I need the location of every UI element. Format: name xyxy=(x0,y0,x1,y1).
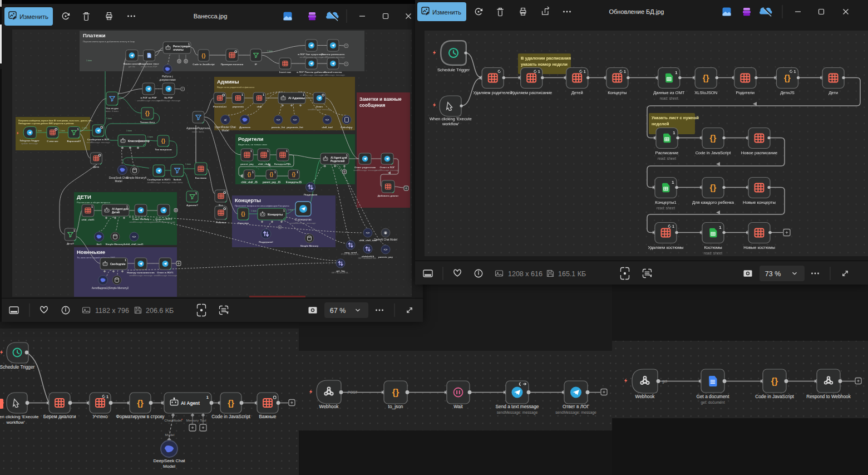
svg-text:1: 1 xyxy=(283,209,285,212)
svg-text:1: 1 xyxy=(672,224,674,228)
svg-text:1: 1 xyxy=(195,192,197,195)
svg-text:ДетиJS: ДетиJS xyxy=(780,90,795,95)
svg-text:1: 1 xyxy=(286,149,288,153)
svg-text:Душнила: Душнила xyxy=(239,126,250,129)
svg-text:✓: ✓ xyxy=(167,214,170,217)
svg-text:Изменить: Изменить xyxy=(19,13,48,20)
svg-text:<>: <> xyxy=(325,118,329,121)
svg-text:POST: localhost:3...: POST: localhost:3... xyxy=(341,253,359,256)
svg-text:1208 x 616: 1208 x 616 xyxy=(508,270,542,278)
svg-text:Respond to Webhook: Respond to Webhook xyxy=(806,394,851,399)
svg-text:AI Админы: AI Админы xyxy=(288,96,305,100)
svg-text:{}: {} xyxy=(201,52,206,58)
svg-text:✓: ✓ xyxy=(166,144,169,148)
svg-text:1: 1 xyxy=(267,149,269,153)
svg-text:When clicking 'Execute: When clicking 'Execute xyxy=(0,414,39,419)
svg-text:Дети: Дети xyxy=(828,90,838,95)
svg-text:Model: Model xyxy=(115,180,122,183)
svg-text:<>: <> xyxy=(383,248,388,251)
svg-text:Указать лист с нужной: Указать лист с нужной xyxy=(652,115,699,120)
svg-text:{}: {} xyxy=(292,172,296,177)
svg-text:Model: Model xyxy=(221,129,229,132)
svg-text:1: 1 xyxy=(624,70,626,74)
svg-text:Форматируем в строку: Форматируем в строку xyxy=(116,414,165,419)
svg-text:Концерты: Концерты xyxy=(608,90,627,95)
svg-text:Новые концерты: Новые концерты xyxy=(743,200,776,205)
svg-text:1 item: 1 item xyxy=(82,127,87,129)
svg-text:sendMessage: message: sendMessage: message xyxy=(129,274,152,277)
svg-text:ParentsList: ParentsList xyxy=(213,105,226,108)
svg-text:route: items: route: items xyxy=(171,181,183,184)
svg-text:КонцертыJS: КонцертыJS xyxy=(286,181,302,184)
svg-text:POST: POST xyxy=(348,390,357,394)
svg-text:Поддержка!: Поддержка! xyxy=(259,241,273,243)
svg-text:✓: ✓ xyxy=(224,217,227,221)
svg-text:Ребенок: Ребенок xyxy=(216,221,226,224)
svg-text:1: 1 xyxy=(91,205,93,208)
svg-text:✓: ✓ xyxy=(169,267,171,271)
svg-text:sendMessage: message: sendMessage: message xyxy=(321,74,344,76)
svg-text:{}: {} xyxy=(248,172,251,177)
svg-text:Code in JavaScript: Code in JavaScript xyxy=(193,63,215,66)
svg-text:Send a text message: Send a text message xyxy=(496,404,539,409)
svg-text:chld_shdl_JS: chld_shdl_JS xyxy=(241,181,258,184)
svg-text:АдминыРодитель: АдминыРодитель xyxy=(186,126,210,130)
svg-text:✳: ✳ xyxy=(384,231,388,236)
svg-text:Концерты1: Концерты1 xyxy=(655,200,677,205)
svg-text:Проверка наличия: Проверка наличия xyxy=(221,63,244,66)
svg-text:Chat Model: Chat Model xyxy=(164,418,182,422)
svg-text:sendMessage: message: sendMessage: message xyxy=(308,108,331,111)
svg-text:Классификатор: Классификатор xyxy=(128,139,150,143)
svg-text:Удаляем родителей: Удаляем родителей xyxy=(474,90,512,95)
svg-text:payments_list: payments_list xyxy=(287,126,303,129)
svg-text:1 item: 1 item xyxy=(86,60,92,62)
svg-text:Детей: Детей xyxy=(112,210,120,214)
svg-text:OpenAI Chat Model: OpenAI Chat Model xyxy=(374,238,397,241)
svg-text:неделей: неделей xyxy=(652,121,669,126)
svg-text:sendMessage: message: sendMessage: message xyxy=(152,221,175,223)
svg-text:sendMessage: message: sendMessage: message xyxy=(147,181,170,184)
svg-text:Model: Model xyxy=(165,433,175,437)
svg-text:{}: {} xyxy=(392,388,399,397)
svg-text:sendMessage: message: sendMessage: message xyxy=(157,99,180,102)
svg-text:Костюмы: Костюмы xyxy=(195,177,207,179)
svg-text:Тип вопросов: Тип вопросов xyxy=(155,148,171,151)
svg-text:Свободnée: Свободnée xyxy=(110,262,126,266)
svg-text:Удаляем костюмы: Удаляем костюмы xyxy=(648,245,683,250)
svg-text:{}: {} xyxy=(784,73,791,82)
svg-text:sendMessage: message: sendMessage: message xyxy=(129,221,152,223)
svg-text:1: 1 xyxy=(263,93,264,96)
svg-text:1: 1 xyxy=(297,170,298,174)
svg-text:Админы?: Админы? xyxy=(186,204,198,207)
svg-text:1 item: 1 item xyxy=(185,163,191,165)
svg-text:DeepSeek Chat: DeepSeek Chat xyxy=(153,458,185,463)
svg-text:документами: документами xyxy=(159,79,176,81)
svg-text:1: 1 xyxy=(73,229,75,232)
svg-text:✓: ✓ xyxy=(56,136,58,139)
svg-text:Учтено: Учтено xyxy=(92,414,107,419)
svg-text:<>: <> xyxy=(293,118,297,121)
svg-text:1: 1 xyxy=(125,258,126,262)
svg-text:{}: {} xyxy=(145,110,150,116)
svg-text:chld_shdl_tool1: chld_shdl_tool1 xyxy=(125,243,144,246)
svg-text:1: 1 xyxy=(794,70,796,74)
svg-text:to_json: to_json xyxy=(388,404,403,409)
svg-text:shdl_tool: shdl_tool xyxy=(322,126,333,129)
svg-text:1182 x 796: 1182 x 796 xyxy=(95,307,129,315)
svg-text:Insert row: Insert row xyxy=(279,71,292,74)
svg-text:О концертах: О концертах xyxy=(295,218,312,221)
svg-text:workflow': workflow' xyxy=(442,121,460,126)
svg-text:✓: ✓ xyxy=(283,217,285,220)
svg-text:{}: {} xyxy=(241,210,245,217)
svg-text:✓: ✓ xyxy=(100,162,102,165)
svg-text:sendMessage: message: sendMessage: message xyxy=(555,410,596,415)
svg-text:sendMessage: message: sendMessage: message xyxy=(154,274,177,277)
svg-text:67 %: 67 % xyxy=(330,307,346,315)
svg-text:1: 1 xyxy=(672,180,674,185)
svg-text:GET: localhost:134...: GET: localhost:134... xyxy=(358,257,377,259)
svg-text:DeepSeek Chat: DeepSeek Chat xyxy=(109,177,129,179)
svg-text:оплаты: оплаты xyxy=(173,48,184,51)
svg-text:extract from PDF: extract from PDF xyxy=(141,65,157,68)
svg-text:<>: <> xyxy=(276,118,280,121)
svg-text:1: 1 xyxy=(303,93,304,96)
